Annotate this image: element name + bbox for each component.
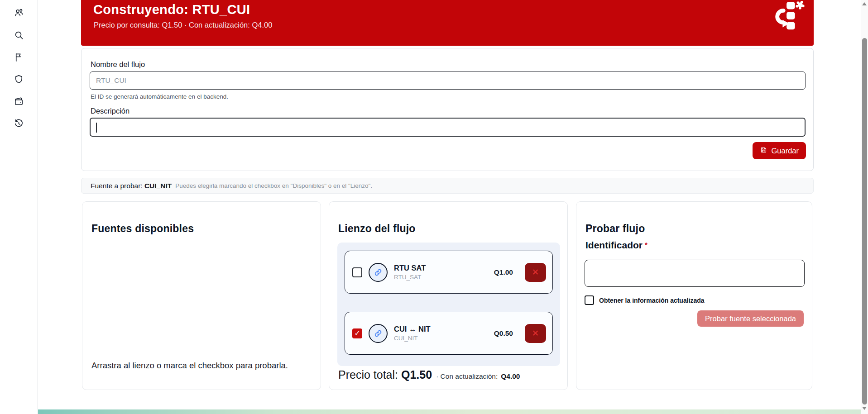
flow-canvas-panel: Lienzo del flujo RTU SAT RTU_SAT Q1.00 ✕ (329, 201, 568, 390)
notice-hint: Puedes elegirla marcando el checkbox en … (175, 182, 372, 189)
user-group-icon[interactable] (14, 8, 24, 18)
test-flow-panel: Probar flujo Identificador* Obtener la i… (576, 201, 812, 390)
identifier-input[interactable] (585, 260, 805, 287)
close-icon: ✕ (532, 328, 539, 338)
source-price: Q1.00 (494, 268, 513, 276)
link-icon (369, 263, 388, 282)
source-checkbox-unchecked[interactable] (352, 267, 362, 277)
price-subtitle: Precio por consulta: Q1.50 · Con actuali… (94, 21, 272, 29)
flow-name-label: Nombre del flujo (91, 60, 145, 69)
sidebar (0, 0, 38, 414)
test-flow-title: Probar flujo (585, 223, 645, 235)
updated-info-label: Obtener la información actualizada (599, 297, 705, 304)
source-id: RTU_SAT (394, 274, 426, 281)
remove-source-button[interactable]: ✕ (525, 263, 546, 282)
close-icon: ✕ (532, 267, 539, 277)
test-selected-source-button[interactable]: Probar fuente seleccionada (697, 310, 804, 327)
description-textarea[interactable] (90, 118, 806, 137)
notice-source: CUI_NIT (144, 182, 172, 190)
header-banner: Construyendo: RTU_CUI Precio por consult… (81, 0, 814, 46)
source-card-rtu-sat[interactable]: RTU SAT RTU_SAT Q1.00 ✕ (345, 251, 553, 294)
flow-name-help: El ID se generará automáticamente en el … (91, 93, 228, 100)
app-screen: Construyendo: RTU_CUI Precio por consult… (0, 0, 868, 414)
update-price-value: Q4.00 (501, 372, 520, 381)
total-price-value: Q1.50 (401, 368, 432, 381)
test-button-label: Probar fuente seleccionada (705, 314, 796, 323)
update-price-label: · Con actualización: (436, 372, 498, 381)
notice-prefix: Fuente a probar: (91, 182, 143, 190)
scroll-down-arrow-icon[interactable] (862, 407, 867, 410)
canvas-dropzone[interactable]: RTU SAT RTU_SAT Q1.00 ✕ CUI ↔ NIT (337, 243, 560, 366)
available-sources-title: Fuentes disponibles (91, 223, 194, 235)
save-floppy-icon (760, 146, 767, 156)
available-sources-hint: Arrastra al lienzo o marca el checkbox p… (91, 360, 293, 371)
total-price-line: Precio total: Q1.50 · Con actualización:… (338, 368, 520, 381)
source-to-test-notice: Fuente a probar: CUI_NIT Puedes elegirla… (81, 178, 814, 194)
vertical-scrollbar[interactable] (861, 0, 868, 414)
total-price-label: Precio total: (338, 368, 398, 381)
scroll-up-arrow-icon[interactable] (862, 2, 867, 5)
scrollbar-thumb[interactable] (862, 38, 867, 404)
source-checkbox-checked[interactable] (352, 328, 362, 338)
source-card-cui-nit[interactable]: CUI ↔ NIT CUI_NIT Q0.50 ✕ (345, 312, 553, 355)
history-icon[interactable] (14, 119, 24, 129)
source-name: RTU SAT (394, 264, 426, 272)
flow-name-input[interactable] (90, 71, 806, 90)
save-button[interactable]: Guardar (753, 142, 806, 159)
app-logo-flow-icon (771, 1, 806, 34)
flag-icon[interactable] (14, 52, 24, 62)
source-name: CUI ↔ NIT (394, 325, 431, 333)
source-price: Q0.50 (494, 329, 513, 338)
page-title: Construyendo: RTU_CUI (93, 2, 250, 17)
text-caret (96, 123, 97, 133)
shield-icon[interactable] (14, 74, 24, 85)
flow-form-card: Nombre del flujo El ID se generará autom… (81, 48, 814, 171)
save-button-label: Guardar (771, 147, 799, 155)
updated-info-checkbox[interactable] (585, 295, 594, 305)
remove-source-button[interactable]: ✕ (525, 324, 546, 343)
link-icon (369, 324, 388, 343)
available-sources-panel: Fuentes disponibles Arrastra al lienzo o… (82, 201, 321, 390)
search-icon[interactable] (14, 30, 24, 40)
identifier-label: Identificador (585, 240, 643, 250)
bottom-gradient-bar (0, 409, 868, 414)
description-label: Descripción (91, 107, 129, 115)
source-id: CUI_NIT (394, 335, 431, 342)
required-asterisk: * (645, 241, 647, 248)
wallet-icon[interactable] (14, 96, 24, 107)
flow-canvas-title: Lienzo del flujo (338, 223, 416, 235)
